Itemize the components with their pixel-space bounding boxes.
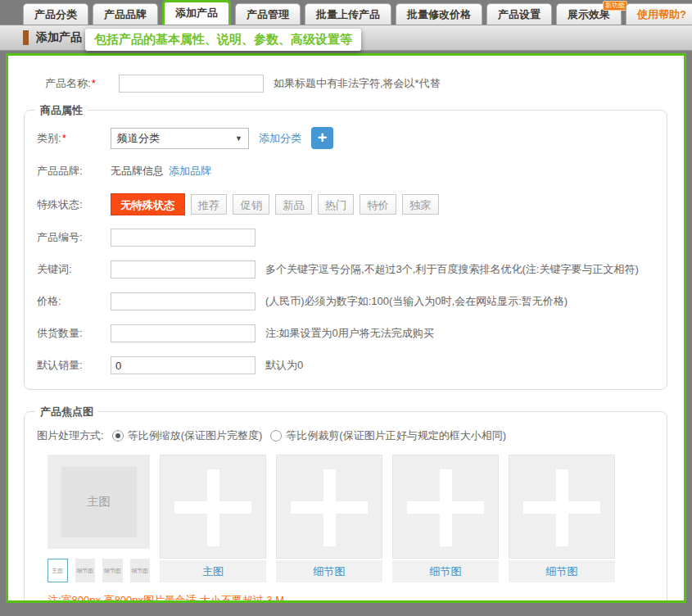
plus-icon <box>207 469 219 546</box>
keywords-note: 多个关键字逗号分隔,不超过3个,利于百度搜索排名优化(注:关键字要与正文相符) <box>265 262 639 277</box>
upload-main-button[interactable] <box>160 455 266 559</box>
product-attributes-section: 商品属性 类别:* 频道分类 ▼ 添加分类 + 产品品牌: 无品牌信息 添加品牌… <box>24 110 667 390</box>
product-attributes-legend: 商品属性 <box>35 103 88 118</box>
product-code-row: 产品编号: <box>37 228 654 247</box>
radio-crop-label: 等比例裁剪(保证图片正好与规定的框大小相同) <box>286 428 506 443</box>
required-asterisk: * <box>62 132 66 144</box>
image-process-label: 图片处理方式: <box>37 428 104 443</box>
status-special-price-button[interactable]: 特价 <box>360 194 396 215</box>
special-status-label: 特殊状态: <box>37 197 111 212</box>
image-process-row: 图片处理方式: 等比例缩放(保证图片完整度) 等比例裁剪(保证图片正好与规定的框… <box>37 428 654 443</box>
status-none-button[interactable]: 无特殊状态 <box>111 193 185 215</box>
tab-display-effect[interactable]: 展示效果 新功能 <box>556 3 622 25</box>
product-name-note: 如果标题中有非法字符,将会以*代替 <box>274 76 441 91</box>
keywords-row: 关键词: 多个关键字逗号分隔,不超过3个,利于百度搜索排名优化(注:关键字要与正… <box>37 260 654 279</box>
brand-info-text: 无品牌信息 <box>111 164 164 179</box>
stock-row: 供货数量: 注:如果设置为0用户将无法完成购买 <box>37 324 654 343</box>
upload-detail-3-column: 细节图 <box>509 455 615 582</box>
add-category-plus-button[interactable]: + <box>311 127 333 149</box>
upload-detail-2-label: 细节图 <box>392 560 499 582</box>
status-promotion-button[interactable]: 促销 <box>233 194 269 215</box>
keywords-label: 关键词: <box>37 262 111 277</box>
product-name-label-text: 产品名称: <box>45 77 91 89</box>
category-select[interactable]: 频道分类 ▼ <box>111 128 249 149</box>
category-label-text: 类别: <box>37 132 61 144</box>
image-preview-placeholder: 主图 <box>61 467 137 537</box>
upload-detail-1-button[interactable] <box>276 455 382 559</box>
plus-icon <box>323 469 336 546</box>
category-label: 类别:* <box>37 131 111 146</box>
product-name-input[interactable] <box>119 75 264 93</box>
product-code-label: 产品编号: <box>37 230 111 245</box>
tab-product-brand[interactable]: 产品品牌 <box>93 3 158 25</box>
status-new-button[interactable]: 新品 <box>275 194 312 215</box>
thumbnail-detail-1[interactable]: 细节图 <box>75 559 96 582</box>
plus-icon: + <box>318 129 328 147</box>
price-input[interactable] <box>111 292 256 310</box>
top-tab-bar: 产品分类 产品品牌 添加产品 产品管理 批量上传产品 批量修改价格 产品设置 展… <box>0 0 692 25</box>
plus-icon <box>440 469 452 546</box>
radio-crop[interactable] <box>270 430 282 442</box>
radio-scale[interactable] <box>112 430 124 442</box>
tab-product-settings[interactable]: 产品设置 <box>486 3 552 25</box>
default-sales-label: 默认销量: <box>37 358 111 373</box>
tab-batch-price-edit[interactable]: 批量修改价格 <box>396 3 482 25</box>
price-label: 价格: <box>37 294 111 309</box>
product-name-row: 产品名称:* 如果标题中有非法字符,将会以*代替 <box>45 74 684 93</box>
category-row: 类别:* 频道分类 ▼ 添加分类 + <box>37 127 654 149</box>
focus-image-legend: 产品焦点图 <box>35 405 98 419</box>
radio-scale-label: 等比例缩放(保证图片完整度) <box>128 428 263 443</box>
image-thumbnails: 主图 细节图 细节图 细节图 <box>47 559 150 582</box>
focus-image-section: 产品焦点图 图片处理方式: 等比例缩放(保证图片完整度) 等比例裁剪(保证图片正… <box>24 411 667 603</box>
price-note: (人民币)必须为数字如:100(当输入为0时,会在网站显示:暂无价格) <box>265 294 568 309</box>
required-asterisk: * <box>92 77 96 89</box>
tab-help[interactable]: 使用帮助? <box>626 3 692 25</box>
upload-main-label: 主图 <box>160 560 266 582</box>
image-upload-boxes: 主图 主图 细节图 细节图 细节图 主图 <box>47 455 654 582</box>
upload-detail-3-button[interactable] <box>509 455 615 559</box>
product-code-input[interactable] <box>111 229 256 247</box>
tab-batch-upload[interactable]: 批量上传产品 <box>305 3 391 25</box>
stock-label: 供货数量: <box>37 326 111 341</box>
thumbnail-detail-2[interactable]: 细节图 <box>102 559 123 582</box>
status-exclusive-button[interactable]: 独家 <box>402 194 439 215</box>
upload-detail-1-label: 细节图 <box>276 560 382 582</box>
default-sales-note: 默认为0 <box>265 358 303 373</box>
breadcrumb-accent <box>23 30 29 45</box>
tab-product-category[interactable]: 产品分类 <box>23 3 88 25</box>
default-sales-row: 默认销量: 默认为0 <box>37 356 654 375</box>
breadcrumb-title: 添加产品 <box>36 30 82 45</box>
stock-note: 注:如果设置为0用户将无法完成购买 <box>265 326 434 341</box>
tab-add-product[interactable]: 添加产品 <box>162 0 231 25</box>
chevron-down-icon: ▼ <box>235 134 242 143</box>
thumbnail-detail-3[interactable]: 细节图 <box>130 559 151 582</box>
upload-detail-2-button[interactable] <box>392 455 499 559</box>
plus-icon <box>556 469 568 546</box>
add-category-link[interactable]: 添加分类 <box>259 131 301 146</box>
status-hot-button[interactable]: 热门 <box>318 194 355 215</box>
upload-main-column: 主图 <box>160 455 266 582</box>
upload-detail-1-column: 细节图 <box>276 455 382 582</box>
tab-tooltip: 包括产品的基本属性、说明、参数、高级设置等 <box>85 29 361 51</box>
brand-label: 产品品牌: <box>37 164 111 179</box>
upload-detail-2-column: 细节图 <box>392 455 499 582</box>
tab-product-manage[interactable]: 产品管理 <box>235 3 301 25</box>
default-sales-input[interactable] <box>111 356 256 374</box>
image-size-note: 注:宽800px 高800px图片最合适,大小不要超过 3 M <box>47 593 654 603</box>
add-brand-link[interactable]: 添加品牌 <box>169 164 211 179</box>
image-preview-box: 主图 <box>47 455 150 549</box>
product-name-label: 产品名称:* <box>45 76 119 91</box>
brand-row: 产品品牌: 无品牌信息 添加品牌 <box>37 161 654 181</box>
price-row: 价格: (人民币)必须为数字如:100(当输入为0时,会在网站显示:暂无价格) <box>37 292 654 311</box>
new-feature-badge: 新功能 <box>603 1 627 11</box>
upload-detail-3-label: 细节图 <box>509 560 615 582</box>
stock-input[interactable] <box>111 324 256 342</box>
image-preview-column: 主图 主图 细节图 细节图 细节图 <box>47 455 150 582</box>
add-product-panel: 产品名称:* 如果标题中有非法字符,将会以*代替 商品属性 类别:* 频道分类 … <box>6 53 686 603</box>
special-status-row: 特殊状态: 无特殊状态 推荐 促销 新品 热门 特价 独家 <box>37 193 654 215</box>
thumbnail-main[interactable]: 主图 <box>47 559 68 582</box>
status-recommend-button[interactable]: 推荐 <box>191 194 228 215</box>
keywords-input[interactable] <box>111 260 256 279</box>
category-select-value: 频道分类 <box>117 131 160 146</box>
